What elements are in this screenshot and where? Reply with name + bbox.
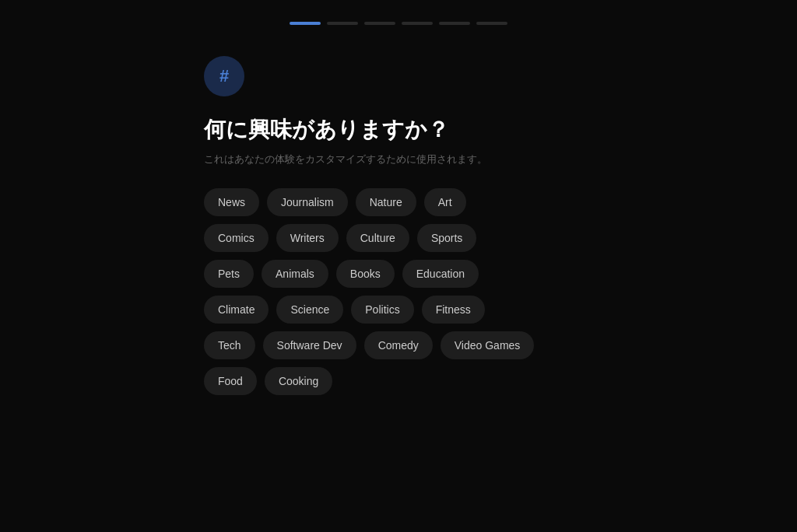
progress-segment-2 (327, 22, 358, 25)
tag-comics[interactable]: Comics (204, 224, 269, 252)
main-content: # 何に興味がありますか？ これはあなたの体験をカスタマイズするために使用されま… (204, 56, 593, 395)
progress-bar (290, 22, 507, 25)
tag-news[interactable]: News (204, 188, 259, 216)
tag-video-games[interactable]: Video Games (441, 331, 535, 359)
tag-food[interactable]: Food (204, 367, 257, 395)
tags-row-5: Tech Software Dev Comedy Video Games (204, 331, 534, 359)
progress-segment-1 (290, 22, 321, 25)
tag-comedy[interactable]: Comedy (364, 331, 433, 359)
page-subtitle: これはあなたの体験をカスタマイズするために使用されます。 (204, 152, 487, 166)
tags-row-6: Food Cooking (204, 367, 534, 395)
tag-journalism[interactable]: Journalism (267, 188, 348, 216)
tag-cooking[interactable]: Cooking (265, 367, 332, 395)
tags-row-1: News Journalism Nature Art (204, 188, 534, 216)
tags-row-2: Comics Writers Culture Sports (204, 224, 534, 252)
tag-pets[interactable]: Pets (204, 260, 254, 288)
tag-art[interactable]: Art (424, 188, 466, 216)
hash-icon-container: # (204, 56, 244, 96)
progress-segment-5 (439, 22, 470, 25)
tag-culture[interactable]: Culture (346, 224, 409, 252)
tags-row-4: Climate Science Politics Fitness (204, 296, 534, 324)
tag-writers[interactable]: Writers (276, 224, 339, 252)
tag-software-dev[interactable]: Software Dev (263, 331, 356, 359)
progress-segment-3 (364, 22, 395, 25)
tags-row-3: Pets Animals Books Education (204, 260, 534, 288)
tag-science[interactable]: Science (276, 296, 343, 324)
tag-education[interactable]: Education (402, 260, 479, 288)
tag-politics[interactable]: Politics (351, 296, 413, 324)
tag-animals[interactable]: Animals (262, 260, 328, 288)
tag-sports[interactable]: Sports (417, 224, 476, 252)
tag-nature[interactable]: Nature (356, 188, 416, 216)
tag-tech[interactable]: Tech (204, 331, 255, 359)
hash-icon: # (219, 68, 229, 85)
progress-segment-4 (402, 22, 433, 25)
tags-grid: News Journalism Nature Art Comics Writer… (204, 188, 534, 395)
tag-fitness[interactable]: Fitness (422, 296, 485, 324)
tag-books[interactable]: Books (336, 260, 395, 288)
page-title: 何に興味がありますか？ (204, 115, 449, 145)
progress-segment-6 (476, 22, 507, 25)
tag-climate[interactable]: Climate (204, 296, 269, 324)
